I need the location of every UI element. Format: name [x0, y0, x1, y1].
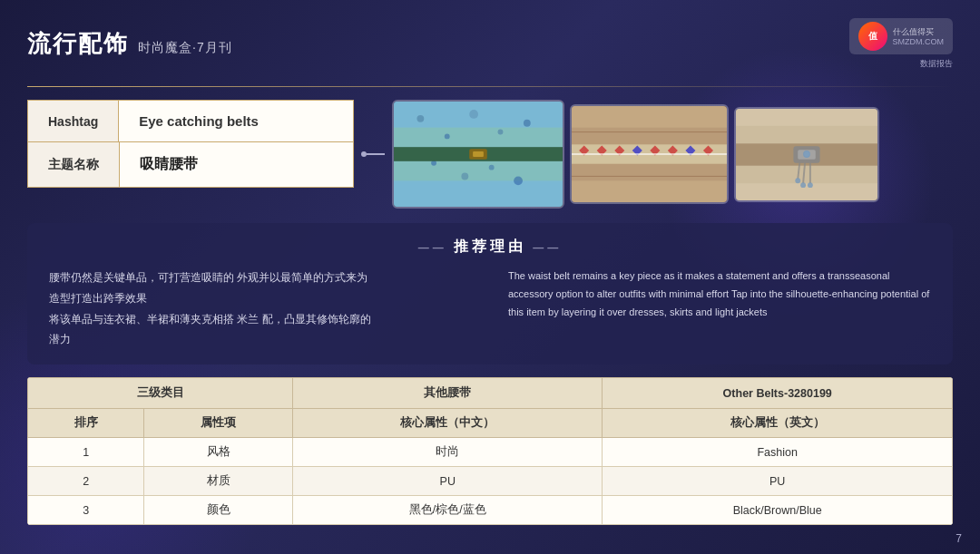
table-sub-col1: 排序 [28, 409, 144, 438]
main-container: 流行配饰 时尚魔盒·7月刊 值 什么值得买 SMZDM.COM 数据报告 Has… [0, 0, 980, 554]
svg-point-4 [469, 110, 478, 119]
svg-point-41 [795, 178, 800, 183]
recommendation-content: 腰带仍然是关键单品，可打营造吸睛的 外观并以最简单的方式来为 造型打造出跨季效果… [49, 267, 931, 350]
table-header-row: 三级类目 其他腰带 Other Belts-3280199 [28, 378, 953, 409]
header-divider [27, 86, 953, 87]
logo-text-block: 什么值得买 SMZDM.COM [893, 26, 945, 47]
belt-image-2 [570, 104, 729, 204]
images-area [392, 100, 953, 209]
table-cell-attr-2: 材质 [144, 467, 293, 496]
table-cell-en-1: Fashion [603, 438, 953, 467]
table-header-cell-3: Other Belts-3280199 [603, 378, 953, 409]
svg-point-9 [489, 165, 495, 170]
table-row: 2 材质 PU PU [28, 467, 953, 496]
belt-visual-overlay-1 [394, 102, 563, 207]
svg-point-2 [416, 115, 424, 122]
rec-cn-line4: 潜力 [49, 333, 71, 345]
table-cell-cn-2: PU [293, 467, 603, 496]
svg-point-8 [461, 173, 468, 180]
connector [354, 100, 392, 209]
svg-point-3 [445, 133, 450, 139]
top-section: Hashtag Eye catching belts 主题名称 吸睛腰带 [27, 100, 953, 209]
hashtag-label-1: Hashtag [28, 101, 119, 141]
svg-point-5 [498, 130, 504, 135]
logo-text-sub: SMZDM.COM [893, 37, 945, 46]
hashtag-value-2: 吸睛腰带 [120, 142, 353, 187]
logo-text-main: 什么值得买 [893, 26, 945, 38]
table-sub-col2: 属性项 [144, 409, 293, 438]
page-sub-title: 时尚魔盒·7月刊 [138, 40, 232, 56]
svg-point-37 [803, 151, 810, 158]
table-section: 三级类目 其他腰带 Other Belts-3280199 排序 属性项 核心属… [27, 377, 953, 525]
table-sub-col3: 核心属性（中文） [293, 409, 603, 438]
belt-svg-3 [736, 109, 877, 200]
hashtag-row-1: Hashtag Eye catching belts [27, 100, 354, 142]
table-cell-en-3: Black/Brown/Blue [603, 496, 953, 525]
belt-visual-overlay-2 [572, 106, 727, 202]
header: 流行配饰 时尚魔盒·7月刊 值 什么值得买 SMZDM.COM 数据报告 [27, 18, 953, 70]
recommendation-en-text: The waist belt remains a key piece as it… [508, 267, 931, 350]
logo-icon: 值 [858, 22, 887, 51]
svg-point-42 [800, 182, 806, 188]
header-title-group: 流行配饰 时尚魔盒·7月刊 [27, 28, 232, 60]
table-cell-rank-2: 2 [28, 467, 144, 496]
hashtag-row-2: 主题名称 吸睛腰带 [27, 141, 354, 188]
belt-image-placeholder-3 [736, 109, 877, 200]
page-number: 7 [956, 532, 962, 545]
logo-badge: 值 什么值得买 SMZDM.COM [849, 18, 954, 54]
table-cell-rank-1: 1 [28, 438, 144, 467]
belt-svg-2 [572, 106, 727, 202]
table-cell-attr-3: 颜色 [144, 496, 293, 525]
table-sub-col4: 核心属性（英文） [603, 409, 953, 438]
belt-image-placeholder-2 [572, 106, 727, 202]
belt-image-3 [734, 107, 879, 202]
logo-report-label: 数据报告 [920, 58, 953, 70]
svg-point-43 [808, 182, 813, 188]
belt-image-1 [392, 100, 564, 209]
logo-area: 值 什么值得买 SMZDM.COM 数据报告 [849, 18, 954, 70]
connector-line [367, 153, 385, 155]
belt-image-placeholder-1 [394, 102, 563, 207]
table-cell-cn-3: 黑色/棕色/蓝色 [293, 496, 603, 525]
table-header-cell-2: 其他腰带 [293, 378, 603, 409]
table-row: 1 风格 时尚 Fashion [28, 438, 953, 467]
table-row: 3 颜色 黑色/棕色/蓝色 Black/Brown/Blue [28, 496, 953, 525]
recommendation-cn-text: 腰带仍然是关键单品，可打营造吸睛的 外观并以最简单的方式来为 造型打造出跨季效果… [49, 267, 472, 350]
table-cell-cn-1: 时尚 [293, 438, 603, 467]
rec-cn-line3: 将该单品与连衣裙、半裙和薄夹克相搭 米兰 配，凸显其修饰轮廓的 [49, 313, 371, 326]
table-cell-rank-3: 3 [28, 496, 144, 525]
belt-visual-overlay-3 [736, 109, 877, 200]
table-subheader-row: 排序 属性项 核心属性（中文） 核心属性（英文） [28, 409, 953, 438]
hashtag-value-1: Eye catching belts [119, 101, 353, 141]
hashtag-label-2: 主题名称 [28, 142, 120, 187]
svg-point-6 [524, 120, 531, 127]
rec-cn-line1: 腰带仍然是关键单品，可打营造吸睛的 外观并以最简单的方式来为 [49, 271, 368, 284]
rec-cn-line2: 造型打造出跨季效果 [49, 292, 147, 305]
recommendation-section: 推荐理由 腰带仍然是关键单品，可打营造吸睛的 外观并以最简单的方式来为 造型打造… [27, 223, 953, 364]
table-cell-en-2: PU [603, 467, 953, 496]
recommendation-title: 推荐理由 [49, 238, 931, 257]
svg-rect-13 [473, 151, 484, 157]
belt-svg-1 [394, 102, 563, 207]
attributes-table: 三级类目 其他腰带 Other Belts-3280199 排序 属性项 核心属… [27, 377, 953, 525]
hashtag-area: Hashtag Eye catching belts 主题名称 吸睛腰带 [27, 100, 354, 209]
table-header-cell-1: 三级类目 [28, 378, 293, 409]
page-main-title: 流行配饰 [27, 28, 129, 60]
svg-point-10 [514, 176, 523, 185]
table-cell-attr-1: 风格 [144, 438, 293, 467]
